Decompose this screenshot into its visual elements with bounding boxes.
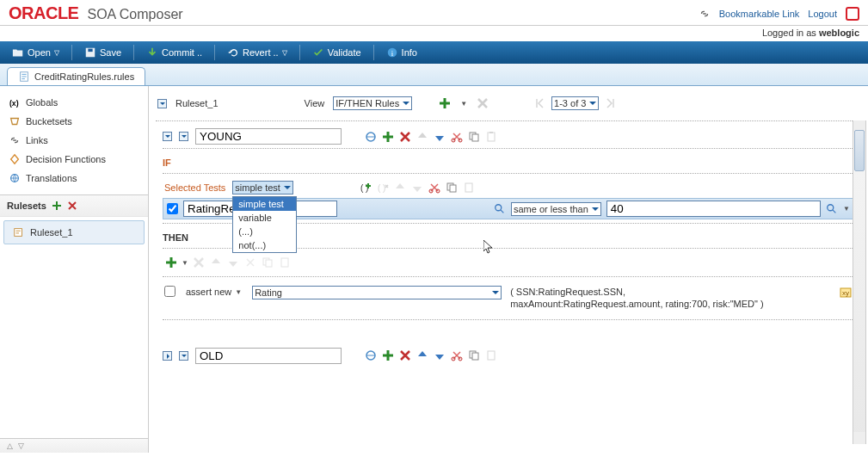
collapse-rule-icon[interactable] [163, 132, 172, 141]
sidebar-item-translations[interactable]: Translations [3, 169, 145, 188]
delete-icon[interactable] [398, 349, 412, 362]
commit-icon [146, 46, 158, 59]
validate-button[interactable]: Validate [307, 45, 366, 60]
sidebar: (x) Globals Bucketsets Links Decision Fu… [0, 86, 149, 453]
expression-icon[interactable]: xy [839, 286, 853, 299]
main-toolbar: Open ▽ Save Commit .. Revert .. ▽ Valida… [0, 41, 868, 64]
add-icon[interactable] [52, 201, 62, 211]
ruleset-title: Ruleset_1 [175, 98, 219, 108]
sidebar-item-bucketsets[interactable]: Bucketsets [3, 112, 145, 131]
cut-icon[interactable] [450, 130, 464, 144]
info-label: Info [402, 47, 417, 58]
paste-icon[interactable] [278, 256, 292, 269]
up-icon[interactable] [416, 130, 429, 144]
move-down-icon[interactable]: ▽ [18, 441, 24, 450]
cut-icon[interactable] [243, 256, 257, 269]
dropdown-option[interactable]: (...) [233, 225, 296, 238]
page-range[interactable]: 1-3 of 3 [551, 96, 599, 110]
svg-rect-21 [465, 183, 472, 192]
action-enabled-checkbox[interactable] [164, 286, 175, 297]
copy-icon[interactable] [261, 256, 274, 269]
bookmarkable-link[interactable]: Bookmarkable Link [719, 9, 800, 19]
right-operand-input[interactable] [606, 201, 821, 217]
expand-details-icon[interactable] [179, 351, 188, 361]
svg-text:xy: xy [842, 289, 849, 297]
rule-name-input[interactable] [195, 128, 342, 145]
decision-functions-icon [9, 153, 21, 165]
expand-details-icon[interactable] [179, 132, 188, 141]
delete-icon[interactable] [67, 201, 77, 211]
open-button[interactable]: Open ▽ [7, 45, 65, 60]
paste-icon[interactable] [462, 181, 476, 194]
validate-label: Validate [328, 47, 361, 58]
open-label: Open [28, 47, 51, 58]
dropdown-option[interactable]: simple test [233, 197, 296, 211]
cut-icon[interactable] [428, 181, 441, 194]
page-last-icon[interactable] [604, 96, 618, 110]
cut-icon[interactable] [450, 349, 464, 362]
up-icon[interactable] [416, 349, 429, 362]
test-enabled-checkbox[interactable] [167, 203, 178, 214]
paste-icon[interactable] [484, 130, 498, 144]
logged-in-prefix: Logged in as [762, 28, 819, 38]
pager: 1-3 of 3 [532, 96, 618, 110]
add-test-icon[interactable]: ( ) [359, 181, 372, 194]
action-target-select[interactable]: Rating [252, 286, 502, 299]
bucketsets-icon [9, 115, 21, 127]
delete-action-icon[interactable] [192, 256, 206, 269]
remove-test-icon[interactable]: ( ) [376, 181, 390, 194]
down-icon[interactable] [433, 130, 446, 144]
down-icon[interactable] [226, 256, 240, 269]
rule-young: IF Selected Tests simple test simple tes… [156, 125, 861, 327]
info-button[interactable]: i Info [381, 45, 422, 60]
delete-rule-button[interactable] [476, 96, 489, 110]
scrollbar[interactable] [853, 120, 866, 444]
move-up-icon[interactable]: △ [7, 441, 13, 450]
copy-icon[interactable] [467, 130, 481, 144]
action-type-select[interactable]: assert new▼ [184, 286, 243, 298]
vocabulary-icon[interactable] [364, 349, 378, 362]
copy-icon[interactable] [445, 181, 459, 194]
add-action-icon[interactable] [164, 256, 178, 269]
tab-label: CreditRatingRules.rules [34, 71, 134, 82]
page-first-icon[interactable] [532, 96, 546, 110]
paste-icon[interactable] [484, 349, 498, 362]
expand-rule-icon[interactable] [163, 351, 172, 361]
action-props: ( SSN:RatingRequest.SSN, maxAmount:Ratin… [510, 286, 768, 311]
add-rule-button[interactable] [438, 96, 452, 110]
link-icon [699, 8, 711, 20]
view-select[interactable]: IF/THEN Rules [333, 96, 412, 110]
links-icon [9, 134, 21, 146]
svg-point-23 [828, 204, 834, 210]
collapse-ruleset-icon[interactable] [157, 99, 167, 108]
copy-icon[interactable] [467, 349, 481, 362]
rule-name-input[interactable] [195, 348, 342, 364]
operator-select[interactable]: same or less than [511, 202, 601, 216]
search-left-icon[interactable] [494, 203, 506, 215]
add-icon[interactable] [381, 130, 395, 144]
view-label: View [305, 98, 325, 108]
save-button[interactable]: Save [79, 45, 126, 60]
vocabulary-icon[interactable] [364, 130, 378, 144]
brand-oracle: ORACLE [9, 3, 78, 23]
logout-link[interactable]: Logout [808, 9, 837, 19]
up-icon[interactable] [393, 181, 407, 194]
up-icon[interactable] [209, 256, 223, 269]
down-icon[interactable] [433, 349, 446, 362]
add-icon[interactable] [381, 349, 395, 362]
dropdown-option[interactable]: variable [233, 211, 296, 225]
dropdown-option[interactable]: not(...) [233, 238, 296, 252]
sidebar-item-links[interactable]: Links [3, 131, 145, 150]
tab-rules-file[interactable]: CreditRatingRules.rules [7, 67, 145, 85]
search-right-icon[interactable] [826, 203, 838, 215]
ruleset-row[interactable]: Ruleset_1 [3, 220, 145, 244]
svg-rect-34 [488, 351, 495, 360]
commit-button[interactable]: Commit .. [141, 45, 207, 60]
delete-icon[interactable] [398, 130, 412, 144]
down-icon[interactable] [410, 181, 424, 194]
rule-old [156, 344, 861, 367]
sidebar-item-decision-functions[interactable]: Decision Functions [3, 150, 145, 169]
revert-button[interactable]: Revert .. ▽ [222, 45, 292, 60]
test-type-select[interactable]: simple test simple test variable (...) n… [232, 181, 293, 194]
sidebar-item-globals[interactable]: (x) Globals [3, 93, 145, 112]
